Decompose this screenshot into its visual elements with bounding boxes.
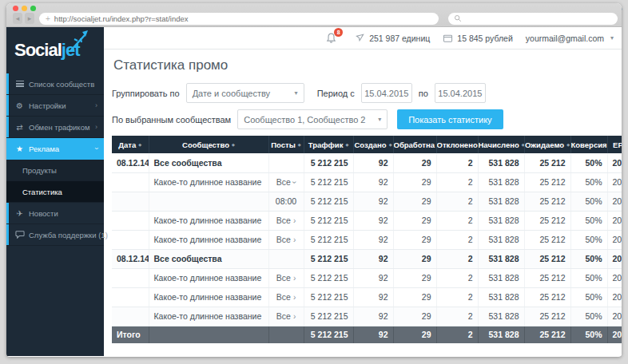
- sidebar-item-support[interactable]: Служба поддержки (1): [6, 224, 104, 246]
- cell-community: Какое-то длинное название: [149, 268, 268, 287]
- total-row: Итого5 212 21592292531 82825 21250%20,1%: [112, 326, 622, 343]
- browser-window: ◂ ▸ + http://socialjet.ru/index.php?r=st…: [6, 3, 622, 357]
- posts-dropdown[interactable]: Все›: [276, 216, 296, 225]
- cell-community: [149, 192, 268, 211]
- cell-value-5: 25 212: [524, 307, 570, 326]
- cell-value-7: 20,1%: [607, 192, 622, 211]
- active-strip: [6, 224, 9, 245]
- cell-value-2: 29: [393, 153, 436, 172]
- group-by-select[interactable]: Дате и сообществу ▾: [186, 83, 304, 103]
- cell-posts: 08:00: [268, 192, 304, 211]
- column-header-5[interactable]: Обработна◆: [393, 136, 436, 153]
- cell-value-0: 5 212 215: [304, 211, 353, 230]
- column-label: Дата: [118, 140, 136, 149]
- sidebar-item-traffic-exchange[interactable]: ⇄Обмен трафиком›: [6, 117, 104, 138]
- cell-value-7: 20,1%: [607, 153, 622, 172]
- show-statistics-button[interactable]: Показать статистику: [397, 109, 503, 129]
- cell-value-0: 5 212 215: [304, 268, 353, 287]
- cell-value-7: 20,1%: [607, 172, 622, 192]
- balance-counter[interactable]: 15 845 рублей: [443, 34, 513, 43]
- cell-community: Какое-то длинное название: [149, 307, 268, 326]
- total-value-0: 5 212 215: [304, 326, 353, 343]
- account-menu[interactable]: yourmail@gmail.com ▾: [526, 34, 614, 43]
- period-to-label: по: [419, 89, 428, 98]
- posts-dropdown[interactable]: Все›: [276, 311, 296, 321]
- column-label: Сообщество: [182, 140, 229, 149]
- sidebar-item-ads[interactable]: ★Реклама›: [6, 138, 104, 160]
- cell-value-0: 5 212 215: [304, 249, 353, 268]
- period-to-input[interactable]: [435, 83, 486, 103]
- column-header-1[interactable]: Сообщество◆: [149, 136, 268, 153]
- column-header-9[interactable]: Коверсия◆: [570, 136, 607, 153]
- total-value-1: 92: [353, 326, 393, 343]
- posts-dropdown[interactable]: Все›: [276, 273, 296, 283]
- gear-icon: ⚙: [14, 101, 26, 110]
- cell-value-2: 29: [393, 230, 436, 249]
- url-text: http://socialjet.ru/index.php?r=stat/ind…: [54, 14, 189, 23]
- posts-dropdown[interactable]: Все›: [276, 292, 296, 302]
- favicon-placeholder-icon: +: [46, 14, 50, 23]
- cell-value-0: 5 212 215: [304, 230, 353, 249]
- active-strip: [6, 73, 9, 94]
- total-value-4: 531 828: [478, 326, 524, 343]
- period-from-label: Период с: [317, 89, 355, 98]
- cell-value-0: 5 212 215: [304, 192, 353, 211]
- table-row: Какое-то длинное названиеВсе›5 212 21592…: [112, 172, 622, 192]
- logo[interactable]: Socialjet: [6, 27, 104, 73]
- chevron-right-icon: ›: [293, 216, 296, 225]
- column-header-10[interactable]: EPC◆: [607, 136, 622, 153]
- cell-value-1: 92: [353, 230, 393, 249]
- column-header-8[interactable]: Ожидаемо◆: [524, 136, 570, 153]
- column-header-0[interactable]: Дата◆: [112, 136, 149, 153]
- search-input[interactable]: [448, 13, 618, 25]
- cell-community: Какое-то длинное название: [149, 172, 268, 192]
- main-area: 8 251 987 единиц 15 845 рублей yourmail@…: [104, 27, 622, 356]
- cell-date: [112, 287, 149, 307]
- period-from-input[interactable]: [361, 83, 412, 103]
- column-header-4[interactable]: Создано◆: [353, 136, 393, 153]
- cell-value-1: 92: [353, 153, 393, 172]
- close-window-button[interactable]: [13, 6, 18, 11]
- column-header-7[interactable]: Начислено◆: [478, 136, 524, 153]
- communities-select[interactable]: Сообщество 1, Сообщество 2 ▾: [237, 109, 388, 129]
- sidebar-item-settings[interactable]: ⚙Настройки›: [6, 95, 104, 117]
- sidebar-item-communities[interactable]: Список сообществ: [6, 73, 104, 95]
- total-value-3: 2: [436, 326, 478, 343]
- column-header-6[interactable]: Отклонено◆: [436, 136, 478, 153]
- notifications-button[interactable]: 8: [325, 32, 337, 44]
- traffic-lights: [13, 6, 36, 11]
- column-header-2[interactable]: Посты◆: [268, 136, 304, 153]
- sort-icon: ◆: [345, 142, 348, 147]
- cell-value-7: 20,1%: [607, 307, 622, 326]
- back-icon[interactable]: ◂: [13, 13, 22, 24]
- filters: Группировать по Дате и сообществу ▾ Пери…: [112, 83, 615, 129]
- page-title: Статистика промо: [113, 57, 615, 73]
- cell-posts: Все›: [268, 230, 304, 249]
- cell-posts: Все›: [268, 268, 304, 287]
- cell-value-3: 2: [436, 249, 478, 268]
- rocket-icon: [64, 29, 91, 53]
- chevron-down-icon: ›: [290, 181, 299, 184]
- total-community: [149, 326, 268, 343]
- posts-time: 08:00: [276, 196, 296, 206]
- posts-dropdown[interactable]: Все›: [276, 177, 296, 187]
- cell-value-6: 50%: [570, 230, 607, 249]
- cell-value-0: 5 212 215: [304, 153, 353, 172]
- forward-icon[interactable]: ▸: [25, 13, 34, 24]
- sidebar-item-news[interactable]: ✈Новости: [6, 203, 104, 224]
- zoom-window-button[interactable]: [30, 6, 36, 11]
- sidebar-item-statistics[interactable]: Статистика: [6, 181, 104, 203]
- table-row: 08.12.14Все сообщества5 212 21592292531 …: [112, 249, 622, 268]
- total-value-2: 29: [393, 326, 436, 343]
- units-counter[interactable]: 251 987 единиц: [355, 33, 430, 43]
- column-header-3[interactable]: Траффик◆: [304, 136, 353, 153]
- posts-label: Все: [276, 177, 291, 187]
- group-by-value: Дате и сообществу: [193, 89, 270, 98]
- cell-value-4: 531 828: [478, 230, 524, 249]
- units-value: 251 987 единиц: [369, 34, 430, 43]
- sidebar-item-products[interactable]: Продукты: [6, 160, 104, 181]
- minimize-window-button[interactable]: [22, 6, 27, 11]
- posts-dropdown[interactable]: Все›: [276, 235, 296, 244]
- address-bar[interactable]: + http://socialjet.ru/index.php?r=stat/i…: [39, 13, 439, 25]
- statistics-table: Дата◆Сообщество◆Посты◆Траффик◆Создано◆Об…: [112, 136, 622, 343]
